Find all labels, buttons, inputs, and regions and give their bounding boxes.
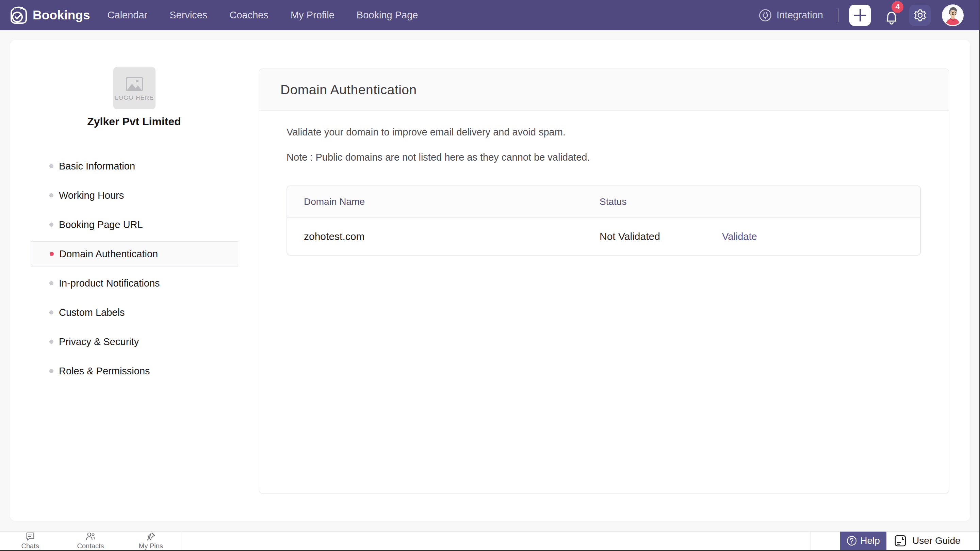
nav-my-profile[interactable]: My Profile [291, 10, 334, 21]
bullet-dot [49, 223, 53, 227]
panel-title: Domain Authentication [280, 82, 417, 97]
sidebar-item-booking-page-url[interactable]: Booking Page URL [30, 212, 238, 237]
sidebar-item-in-product-notifications[interactable]: In-product Notifications [30, 271, 238, 296]
top-navigation-bar: Bookings Calendar Services Coaches My Pr… [0, 0, 980, 30]
gear-icon [913, 8, 927, 22]
company-name: Zylker Pvt Limited [32, 115, 236, 128]
sidebar-item-roles-permissions[interactable]: Roles & Permissions [30, 358, 238, 384]
panel-header: Domain Authentication [259, 69, 949, 111]
sidebar-item-working-hours[interactable]: Working Hours [30, 183, 238, 208]
plus-icon [853, 8, 868, 23]
company-logo-placeholder[interactable]: LOGO HERE [113, 67, 156, 109]
active-bullet-dot [50, 252, 54, 256]
user-avatar[interactable] [942, 5, 964, 26]
topbar-separator [838, 8, 838, 22]
bullet-dot [49, 193, 53, 197]
panel-note: Note : Public domains are not listed her… [286, 152, 921, 163]
my-pins-button[interactable]: My Pins [121, 532, 181, 550]
table-header-row: Domain Name Status [287, 186, 920, 218]
bullet-dot [49, 311, 53, 314]
logo-placeholder-label: LOGO HERE [115, 95, 154, 102]
validate-link[interactable]: Validate [722, 231, 757, 242]
notifications-button[interactable]: 4 [884, 5, 899, 25]
integration-button[interactable]: Integration [759, 9, 823, 22]
sidebar-item-custom-labels[interactable]: Custom Labels [30, 300, 238, 325]
footer-apps: Chats Contacts My Pins [0, 532, 181, 550]
sidebar-item-basic-information[interactable]: Basic Information [30, 153, 238, 179]
domain-authentication-panel: Domain Authentication Validate your doma… [259, 68, 950, 494]
pin-icon [146, 532, 156, 541]
contacts-icon [85, 532, 96, 541]
add-button[interactable] [850, 5, 871, 26]
settings-card: LOGO HERE Zylker Pvt Limited Basic Infor… [10, 40, 970, 521]
chat-icon [25, 532, 35, 541]
help-label: Help [860, 535, 880, 546]
bottom-bar: Chats Contacts My Pins Help [0, 531, 980, 550]
nav-coaches[interactable]: Coaches [229, 10, 268, 21]
brand-name: Bookings [33, 8, 90, 22]
plug-icon [759, 9, 772, 22]
user-guide-button[interactable]: User Guide [894, 532, 961, 550]
nav-calendar[interactable]: Calendar [108, 10, 148, 21]
panel-description: Validate your domain to improve email de… [286, 127, 921, 138]
bookings-logo-icon [10, 6, 27, 24]
col-header-domain-name: Domain Name [287, 196, 600, 207]
domains-table: Domain Name Status zohotest.com Not Vali… [286, 185, 921, 256]
contacts-button[interactable]: Contacts [60, 532, 121, 550]
image-placeholder-icon [126, 77, 143, 91]
notification-badge: 4 [891, 1, 904, 13]
main-nav: Calendar Services Coaches My Profile Boo… [108, 10, 418, 21]
bullet-dot [49, 164, 53, 168]
nav-booking-page[interactable]: Booking Page [356, 10, 418, 21]
domain-name-cell: zohotest.com [287, 231, 600, 242]
integration-label: Integration [776, 10, 823, 21]
col-header-status: Status [600, 196, 722, 207]
sidebar-item-privacy-security[interactable]: Privacy & Security [30, 329, 238, 354]
help-icon [846, 536, 857, 546]
brand[interactable]: Bookings [10, 6, 90, 24]
settings-menu: Basic InformationWorking HoursBooking Pa… [30, 153, 238, 388]
status-cell: Not Validated [600, 231, 722, 242]
bullet-dot [49, 281, 53, 285]
chats-button[interactable]: Chats [0, 532, 60, 550]
bullet-dot [49, 369, 53, 373]
help-button[interactable]: Help [840, 532, 886, 550]
nav-services[interactable]: Services [169, 10, 207, 21]
user-guide-label: User Guide [912, 535, 961, 546]
sidebar-item-domain-authentication[interactable]: Domain Authentication [30, 241, 238, 266]
table-row: zohotest.com Not Validated Validate [287, 218, 920, 255]
user-guide-icon [894, 534, 907, 547]
bullet-dot [49, 340, 53, 344]
settings-button[interactable] [909, 5, 931, 26]
